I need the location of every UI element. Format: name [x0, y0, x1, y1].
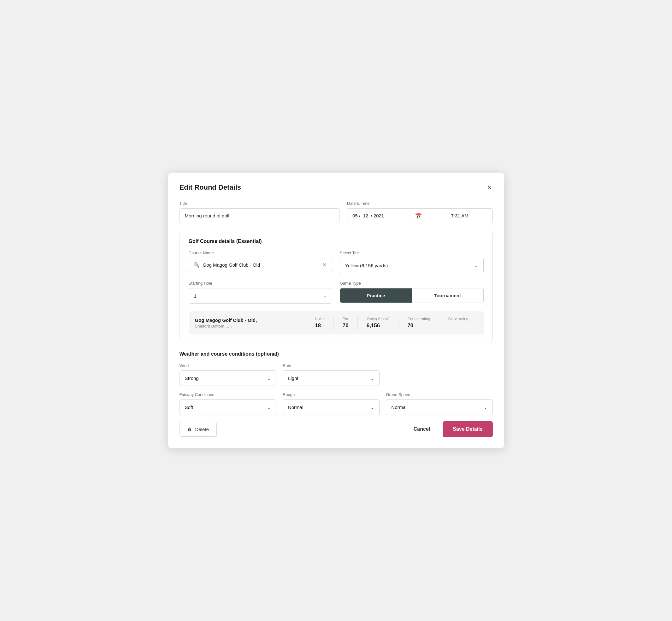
rough-label: Rough [283, 392, 380, 397]
game-type-group: Game Type Practice Tournament [340, 281, 484, 303]
fairway-group: Fairway Conditions Soft ⌄ DryNormalSoftW… [179, 392, 277, 415]
date-input[interactable] [352, 213, 412, 218]
yards-label: Yards(Yellow) [367, 317, 390, 321]
green-speed-group: Green Speed Normal ⌄ SlowNormalFastVery … [386, 392, 493, 415]
slope-rating-label: Slope rating [448, 317, 468, 321]
footer-right-actions: Cancel Save Details [409, 421, 493, 437]
clear-course-button[interactable]: ✕ [322, 262, 328, 268]
wind-rain-row: Wind Strong ⌄ CalmLightModerateStrongVer… [179, 363, 493, 386]
par-label: Par [343, 317, 349, 321]
close-button[interactable]: × [486, 183, 493, 192]
course-name-label: Course Name [189, 251, 333, 255]
fairway-label: Fairway Conditions [179, 392, 277, 397]
par-value: 70 [343, 323, 349, 329]
trash-icon: 🗑 [187, 427, 192, 432]
course-info-primary: Gog Magog Golf Club - Old, [195, 318, 306, 323]
wind-wrapper[interactable]: Strong ⌄ CalmLightModerateStrongVery Str… [179, 370, 277, 386]
course-info-location: Shelford Bottom, UK [195, 324, 306, 329]
cancel-button[interactable]: Cancel [409, 422, 435, 436]
title-label: Title [179, 201, 340, 206]
holes-value: 18 [315, 323, 321, 329]
holes-label: Holes [315, 317, 325, 321]
select-tee-label: Select Tee [340, 251, 484, 255]
datetime-label: Date & Time [347, 201, 493, 206]
yards-value: 6,156 [367, 323, 380, 329]
title-datetime-row: Title Date & Time 📅 [179, 201, 493, 223]
green-speed-wrapper[interactable]: Normal ⌄ SlowNormalFastVery Fast [386, 400, 493, 415]
time-input-wrapper [427, 208, 493, 223]
modal-header: Edit Round Details × [179, 183, 493, 192]
time-input[interactable] [432, 213, 487, 218]
title-input[interactable] [179, 208, 340, 223]
starting-hole-label: Starting Hole [189, 281, 333, 286]
game-type-label: Game Type [340, 281, 484, 286]
slope-rating-value: - [448, 323, 450, 329]
course-name-wrapper: 🔍 ✕ [189, 258, 333, 272]
modal-footer: 🗑 Delete Cancel Save Details [179, 421, 493, 437]
modal-title: Edit Round Details [179, 183, 241, 192]
rain-group: Rain Light ⌄ NoneLightModerateHeavy [283, 363, 380, 386]
course-rating-label: Course rating [407, 317, 430, 321]
course-name-input[interactable] [203, 262, 319, 267]
starting-hole-group: Starting Hole 1 ⌄ 1210 [189, 281, 333, 303]
golf-course-title: Golf Course details (Essential) [189, 239, 484, 244]
calendar-icon: 📅 [415, 212, 422, 219]
course-rating-value: 70 [407, 323, 413, 329]
select-tee-wrapper[interactable]: Yellow (6,156 yards) ⌄ Yellow (6,156 yar… [340, 258, 484, 273]
delete-label: Delete [195, 427, 209, 432]
datetime-group: Date & Time 📅 [347, 201, 493, 223]
course-stat-course-rating: Course rating 70 [398, 317, 439, 329]
delete-button[interactable]: 🗑 Delete [179, 422, 217, 437]
title-group: Title [179, 201, 340, 223]
starting-hole-wrapper[interactable]: 1 ⌄ 1210 [189, 288, 333, 303]
tournament-toggle-button[interactable]: Tournament [412, 288, 483, 303]
course-stat-slope-rating: Slope rating - [439, 317, 477, 329]
edit-round-modal: Edit Round Details × Title Date & Time 📅… [168, 173, 504, 448]
course-stat-par: Par 70 [333, 317, 358, 329]
course-info-name: Gog Magog Golf Club - Old, Shelford Bott… [195, 318, 306, 329]
date-time-inputs: 📅 [347, 208, 493, 223]
rain-label: Rain [283, 363, 380, 368]
wind-group: Wind Strong ⌄ CalmLightModerateStrongVer… [179, 363, 277, 386]
course-stat-holes: Holes 18 [306, 317, 333, 329]
wind-label: Wind [179, 363, 277, 368]
fairway-rough-green-row: Fairway Conditions Soft ⌄ DryNormalSoftW… [179, 392, 493, 415]
date-input-wrapper: 📅 [347, 208, 427, 223]
course-info-bar: Gog Magog Golf Club - Old, Shelford Bott… [189, 311, 484, 334]
save-button[interactable]: Save Details [443, 421, 493, 437]
course-tee-row: Course Name 🔍 ✕ Select Tee Yellow (6,156… [189, 251, 484, 273]
green-speed-label: Green Speed [386, 392, 493, 397]
hole-gametype-row: Starting Hole 1 ⌄ 1210 Game Type Practic… [189, 281, 484, 303]
search-icon: 🔍 [194, 262, 200, 268]
practice-toggle-button[interactable]: Practice [340, 288, 412, 303]
fairway-wrapper[interactable]: Soft ⌄ DryNormalSoftWet [179, 400, 277, 415]
course-stat-yards: Yards(Yellow) 6,156 [358, 317, 398, 329]
rough-wrapper[interactable]: Normal ⌄ ShortNormalLong [283, 400, 380, 415]
weather-section: Weather and course conditions (optional)… [179, 351, 493, 415]
weather-section-title: Weather and course conditions (optional) [179, 351, 493, 357]
golf-course-section: Golf Course details (Essential) Course N… [179, 231, 493, 342]
rain-wrapper[interactable]: Light ⌄ NoneLightModerateHeavy [283, 370, 380, 386]
select-tee-group: Select Tee Yellow (6,156 yards) ⌄ Yellow… [340, 251, 484, 273]
rough-group: Rough Normal ⌄ ShortNormalLong [283, 392, 380, 415]
course-name-group: Course Name 🔍 ✕ [189, 251, 333, 273]
game-type-toggle: Practice Tournament [340, 288, 484, 303]
